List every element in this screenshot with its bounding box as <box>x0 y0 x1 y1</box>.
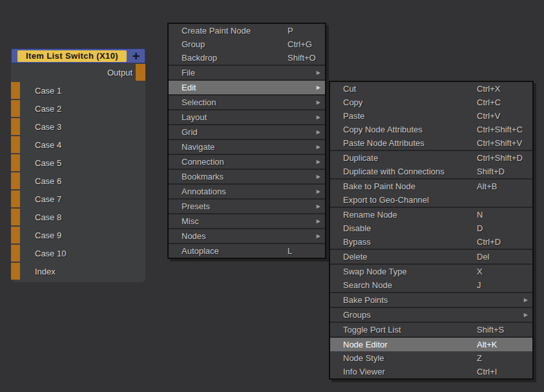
menu-item-toggle-port-list[interactable]: Toggle Port List Shift+S ▶ <box>330 323 532 338</box>
input-port-connector[interactable] <box>11 136 20 153</box>
menu-item-label: Paste Node Attributes <box>343 138 424 148</box>
input-port-connector[interactable] <box>11 209 20 225</box>
menu-item-label: Bookmarks <box>182 172 224 181</box>
submenu-arrow-icon: ▶ <box>317 96 320 109</box>
submenu-arrow-icon: ▶ <box>317 200 320 213</box>
menu-item-selection[interactable]: Selection ▶ <box>169 96 325 110</box>
menu-item-label: Bypass <box>343 237 371 247</box>
menu-item-bookmarks[interactable]: Bookmarks ▶ <box>169 170 325 185</box>
menu-item-cut[interactable]: Cut Ctrl+X ▶ <box>330 82 532 96</box>
menu-item-groups[interactable]: Groups ▶ <box>330 308 532 323</box>
input-port-connector[interactable] <box>11 100 20 117</box>
submenu-arrow-icon: ▶ <box>317 170 320 183</box>
menu-item-label: Edit <box>182 83 196 92</box>
menu-item-label: Bake to Paint Node <box>343 181 415 191</box>
node-header[interactable]: Item List Switch (X10) + <box>11 48 145 63</box>
input-port-row-case-7: Case 7 <box>11 190 145 208</box>
input-port-row-case-8: Case 8 <box>11 208 145 226</box>
menu-item-shortcut: Ctrl+I <box>477 365 497 378</box>
input-port-connector[interactable] <box>11 227 20 243</box>
menu-item-bake-points[interactable]: Bake Points ▶ <box>330 293 532 308</box>
menu-item-shortcut: Ctrl+G <box>288 37 312 51</box>
menu-item-shortcut: Z <box>477 351 482 365</box>
menu-item-label: Paste <box>343 111 364 121</box>
menu-item-group[interactable]: Group Ctrl+G ▶ <box>169 37 325 51</box>
input-port-label: Case 7 <box>35 194 61 204</box>
input-port-connector[interactable] <box>11 191 20 207</box>
menu-item-paste[interactable]: Paste Ctrl+V ▶ <box>330 109 532 123</box>
menu-item-duplicate[interactable]: Duplicate Ctrl+Shift+D ▶ <box>330 151 532 165</box>
input-port-connector[interactable] <box>11 154 20 171</box>
menu-item-edit[interactable]: Edit ▶ <box>169 81 325 96</box>
add-port-button[interactable]: + <box>127 50 145 63</box>
menu-item-backdrop[interactable]: Backdrop Shift+O ▶ <box>169 51 325 66</box>
node-title: Item List Switch (X10) <box>17 50 127 62</box>
input-port-connector[interactable] <box>11 245 20 262</box>
submenu-arrow-icon: ▶ <box>524 308 528 322</box>
menu-item-misc[interactable]: Misc ▶ <box>169 214 325 229</box>
menu-item-rename-node[interactable]: Rename Node N ▶ <box>330 208 532 222</box>
menu-item-node-style[interactable]: Node Style Z ▶ <box>330 351 532 365</box>
menu-item-info-viewer[interactable]: Info Viewer Ctrl+I ▶ <box>330 365 532 378</box>
menu-item-create-paint-node[interactable]: Create Paint Node P ▶ <box>169 24 325 37</box>
menu-item-label: Info Viewer <box>343 367 385 377</box>
menu-item-export-to-geo-channel[interactable]: Export to Geo-Channel ▶ <box>330 193 532 208</box>
menu-item-shortcut: Shift+D <box>477 165 505 178</box>
menu-item-label: Presets <box>182 201 210 211</box>
input-port-label: Index <box>35 267 56 276</box>
menu-item-bake-to-paint-node[interactable]: Bake to Paint Node Alt+B ▶ <box>330 180 532 193</box>
menu-item-shortcut: Ctrl+X <box>477 82 500 96</box>
menu-item-label: Grid <box>182 127 198 137</box>
menu-item-label: Delete <box>343 252 368 262</box>
menu-item-label: Annotations <box>182 187 226 196</box>
menu-item-shortcut: Ctrl+C <box>477 96 501 109</box>
menu-item-label: Node Editor <box>343 340 388 349</box>
menu-item-shortcut: Ctrl+D <box>477 235 501 249</box>
input-port-connector[interactable] <box>11 263 20 280</box>
menu-item-copy[interactable]: Copy Ctrl+C ▶ <box>330 96 532 109</box>
menu-item-paste-node-attributes[interactable]: Paste Node Attributes Ctrl+Shift+V ▶ <box>330 136 532 151</box>
menu-item-label: Misc <box>182 216 199 226</box>
menu-item-shortcut: Alt+K <box>477 338 497 351</box>
menu-item-label: File <box>182 68 195 77</box>
input-port-connector[interactable] <box>11 118 20 135</box>
menu-item-shortcut: P <box>288 24 293 37</box>
menu-item-file[interactable]: File ▶ <box>169 66 325 81</box>
menu-item-duplicate-with-connections[interactable]: Duplicate with Connections Shift+D ▶ <box>330 165 532 180</box>
menu-item-disable[interactable]: Disable D ▶ <box>330 222 532 235</box>
menu-item-navigate[interactable]: Navigate ▶ <box>169 140 325 155</box>
menu-item-bypass[interactable]: Bypass Ctrl+D ▶ <box>330 235 532 250</box>
menu-item-search-node[interactable]: Search Node J ▶ <box>330 278 532 293</box>
menu-item-shortcut: Alt+B <box>477 180 497 193</box>
input-port-row-case-10: Case 10 <box>11 244 145 262</box>
input-port-label: Case 8 <box>35 212 61 222</box>
submenu-arrow-icon: ▶ <box>317 125 320 139</box>
menu-item-swap-node-type[interactable]: Swap Node Type X ▶ <box>330 265 532 278</box>
menu-item-presets[interactable]: Presets ▶ <box>169 200 325 214</box>
menu-item-grid[interactable]: Grid ▶ <box>169 125 325 140</box>
menu-item-autoplace[interactable]: Autoplace L ▶ <box>169 244 325 258</box>
output-port-connector[interactable] <box>136 64 145 81</box>
menu-item-shortcut: Shift+O <box>288 51 316 65</box>
menu-item-label: Rename Node <box>343 210 397 220</box>
menu-item-label: Disable <box>343 223 371 233</box>
menu-item-nodes[interactable]: Nodes ▶ <box>169 229 325 244</box>
menu-item-layout[interactable]: Layout ▶ <box>169 110 325 125</box>
menu-item-annotations[interactable]: Annotations ▶ <box>169 185 325 200</box>
menu-item-node-editor[interactable]: Node Editor Alt+K ▶ <box>330 338 532 351</box>
input-port-row-case-9: Case 9 <box>11 226 145 244</box>
menu-item-connection[interactable]: Connection ▶ <box>169 155 325 170</box>
menu-item-shortcut: Ctrl+Shift+D <box>477 151 523 165</box>
menu-item-delete[interactable]: Delete Del ▶ <box>330 250 532 265</box>
menu-item-label: Nodes <box>182 231 206 241</box>
menu-item-copy-node-attributes[interactable]: Copy Node Attributes Ctrl+Shift+C ▶ <box>330 123 532 136</box>
input-port-row-case-2: Case 2 <box>11 99 145 118</box>
input-port-connector[interactable] <box>11 172 20 189</box>
node-item-list-switch[interactable]: Item List Switch (X10) + Output Case 1 C… <box>11 48 145 282</box>
input-port-connector[interactable] <box>11 82 20 99</box>
input-port-label: Case 10 <box>35 249 66 258</box>
menu-item-label: Group <box>182 39 205 49</box>
context-menu: Create Paint Node P ▶ Group Ctrl+G ▶ Bac… <box>167 23 326 259</box>
menu-item-shortcut: D <box>477 222 483 235</box>
menu-item-shortcut: Ctrl+Shift+V <box>477 136 522 150</box>
